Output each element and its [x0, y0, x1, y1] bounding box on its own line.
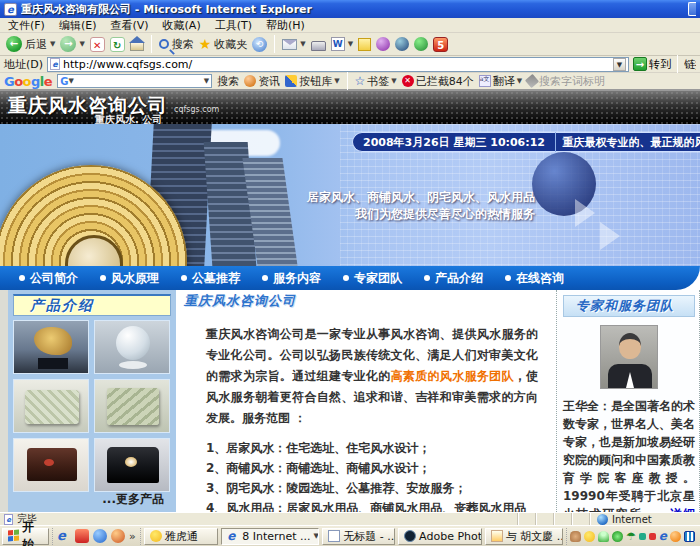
more-products-link[interactable]: ...更多产品 — [102, 491, 164, 508]
translate-button[interactable]: a文 翻译 ▼ — [479, 74, 522, 89]
hero-banner: 2008年3月26日 星期三 10:06:12 重庆最权专业的、最正规的风水公司… — [0, 124, 700, 266]
quicklaunch-thunder-icon[interactable] — [75, 529, 89, 543]
nav-online-consult[interactable]: 在线咨询 — [496, 270, 573, 287]
home-button[interactable] — [130, 42, 144, 51]
print-button[interactable] — [311, 41, 326, 51]
google-button-gallery[interactable]: 按钮库 ▼ — [285, 74, 339, 89]
bullet-icon — [424, 275, 430, 281]
tray-calendar-icon[interactable] — [684, 531, 695, 542]
thunder-addon-button[interactable]: 5 — [433, 37, 448, 52]
messenger-addon-button[interactable] — [395, 37, 409, 51]
mail-dropdown-icon[interactable]: ▼ — [300, 40, 305, 48]
tray-green-app-icon[interactable] — [612, 531, 623, 542]
menu-favorites[interactable]: 收藏(A) — [163, 18, 201, 33]
nav-products[interactable]: 产品介绍 — [415, 270, 492, 287]
address-input[interactable]: e http://www.cqfsgs.com/ ▼ — [47, 57, 629, 72]
tray-orange-app-icon[interactable] — [670, 531, 681, 542]
product-thumb-rosewood-urn[interactable] — [13, 438, 89, 492]
site-header-banner: 重庆风水咨询公司 cqfsgs.com 重庆风水. 公司 — [0, 91, 700, 124]
tray-small-icon[interactable] — [649, 533, 656, 540]
highlighted-phrase: 高素质的风水服务团队 — [391, 369, 514, 383]
menu-bar: 文件(F) 编辑(E) 查看(V) 收藏(A) 工具(T) 帮助(H) — [0, 18, 700, 33]
nav-services[interactable]: 服务内容 — [253, 270, 330, 287]
menu-edit[interactable]: 编辑(E) — [59, 18, 97, 33]
expert-sidebar-header: 专家和服务团队 — [563, 295, 695, 317]
quicklaunch-firefox-icon[interactable] — [111, 529, 125, 543]
expert-sidebar: 专家和服务团队 王华全：是全国著名的术数专家，世界名人、美名专家，也是新加坡易经… — [556, 290, 700, 512]
nav-fengshui-principle[interactable]: 风水原理 — [91, 270, 168, 287]
popup-blocker-button[interactable]: ✕ 已拦截84个 — [402, 74, 474, 89]
tray-small-icon[interactable] — [639, 533, 646, 540]
browser-viewport: 重庆风水咨询公司 cqfsgs.com 重庆风水. 公司 2008年3月26日 … — [0, 91, 700, 512]
taskbar-button-photoshop[interactable]: Adobe Photo... — [398, 528, 482, 545]
product-thumb-black-lacquer-urn[interactable] — [94, 438, 170, 492]
ie-app-icon: e — [4, 3, 17, 16]
back-dropdown-icon[interactable]: ▼ — [50, 40, 55, 48]
google-toolbar: Google G ▼ ▼ 搜索 资讯 按钮库 ▼ ☆ 书签 ▼ ✕ 已拦截84个… — [0, 73, 700, 91]
taskbar-button-chat[interactable]: 与 胡文慶 ... — [485, 528, 563, 545]
highlight-button[interactable]: 搜索字词标明 — [527, 74, 605, 89]
banner-slogan: 居家风水、商铺风水、阴宅风水、风水用品 我们为您提供尽善尽心的热情服务 — [250, 189, 535, 223]
menu-view[interactable]: 查看(V) — [110, 18, 148, 33]
internet-zone-icon — [597, 514, 608, 525]
taskbar-button-yahoo-messenger[interactable]: 雅虎通 — [144, 528, 219, 545]
forward-button[interactable]: → ▼ — [60, 36, 84, 52]
start-button[interactable]: 开始 — [2, 528, 49, 545]
article-paragraph: 重庆风水咨询公司是一家专业从事风水咨询、提供风水服务的专业化公司。公司以弘扬民族… — [206, 324, 538, 429]
favorites-button[interactable]: ★ 收藏夹 — [199, 37, 248, 52]
tray-input-method-icon[interactable] — [570, 531, 581, 542]
nav-company-profile[interactable]: 公司简介 — [10, 270, 87, 287]
addon-green-button[interactable] — [414, 37, 428, 51]
current-datetime: 2008年3月26日 星期三 10:06:12 — [353, 135, 555, 150]
forward-dropdown-icon[interactable]: ▼ — [79, 40, 84, 48]
notes-addon-button[interactable] — [358, 38, 371, 51]
product-thumb-crystal-ball[interactable] — [94, 320, 170, 374]
edit-dropdown-icon[interactable]: ▼ — [348, 40, 353, 48]
title-bar: e 重庆风水咨询有限公司 - Microsoft Internet Explor… — [0, 0, 700, 18]
google-search-button[interactable]: 搜索 — [217, 74, 239, 89]
addon-purple-button[interactable] — [376, 37, 390, 51]
service-item: 3、阴宅风水：陵园选址、公墓推荐、安放服务； — [206, 478, 550, 498]
minimize-button[interactable] — [688, 2, 696, 16]
menu-tools[interactable]: 工具(T) — [215, 18, 252, 33]
history-button[interactable]: ⟲ — [252, 37, 267, 52]
quicklaunch-ie-icon[interactable]: e — [57, 529, 71, 543]
product-thumb-jade-casket[interactable] — [94, 379, 170, 433]
tray-contact-icon[interactable] — [598, 531, 609, 542]
menu-file[interactable]: 文件(F) — [8, 18, 45, 33]
tray-messenger-icon[interactable] — [584, 531, 595, 542]
refresh-button[interactable]: ↻ — [110, 37, 125, 52]
google-input-dropdown-icon[interactable]: ▼ — [204, 77, 209, 85]
quicklaunch-messenger-icon[interactable] — [93, 529, 107, 543]
search-button[interactable]: 搜索 — [159, 37, 194, 52]
nav-cemetery-recommend[interactable]: 公墓推荐 — [172, 270, 249, 287]
edit-with-word-button[interactable]: W ▼ — [331, 37, 353, 51]
address-dropdown-button[interactable]: ▼ — [613, 58, 626, 71]
toolbar-separator — [347, 72, 348, 90]
page-content: 产品介绍 ...更多产品 重庆风水咨询公司 重庆风水咨询公司是一家专业从事风水咨… — [0, 290, 700, 512]
quicklaunch-overflow-chevron[interactable]: » — [129, 530, 136, 543]
back-button[interactable]: ← 后退 ▼ — [6, 36, 55, 52]
google-news-button[interactable]: 资讯 — [244, 74, 280, 89]
google-search-input[interactable]: G ▼ ▼ — [57, 74, 212, 88]
site-tagline: 重庆最权专业的、最正规的风水公司 — [556, 135, 700, 150]
mail-button[interactable]: ▼ — [282, 39, 305, 50]
taskbar-button-untitled[interactable]: 无标题 - ... — [322, 528, 395, 545]
windows-logo-icon — [8, 530, 19, 543]
google-g-dropdown-icon[interactable]: ▼ — [68, 77, 73, 85]
menu-help[interactable]: 帮助(H) — [266, 18, 305, 33]
quick-launch-bar: e » — [52, 528, 141, 545]
taskbar-button-internet-explorer-group[interactable]: e 8 Internet ... ▼ — [221, 528, 319, 545]
nav-expert-team[interactable]: 专家团队 — [334, 270, 411, 287]
stop-button[interactable]: ✕ — [90, 37, 105, 52]
go-button[interactable]: → 转到 — [633, 57, 671, 72]
tray-ie-icon[interactable]: e — [659, 531, 667, 542]
address-label: 地址(D) — [4, 57, 43, 72]
main-article: 重庆风水咨询公司 重庆风水咨询公司是一家专业从事风水咨询、提供风水服务的专业化公… — [176, 290, 556, 512]
tray-umbrella-icon[interactable]: ☂ — [626, 531, 636, 542]
go-arrow-icon: → — [633, 57, 647, 71]
links-label[interactable]: 链接 — [684, 57, 696, 72]
product-thumb-jade-carved-urn[interactable] — [13, 379, 89, 433]
product-thumb-golden-deer-sculpture[interactable] — [13, 320, 89, 374]
google-bookmarks-button[interactable]: ☆ 书签 ▼ — [355, 74, 397, 89]
